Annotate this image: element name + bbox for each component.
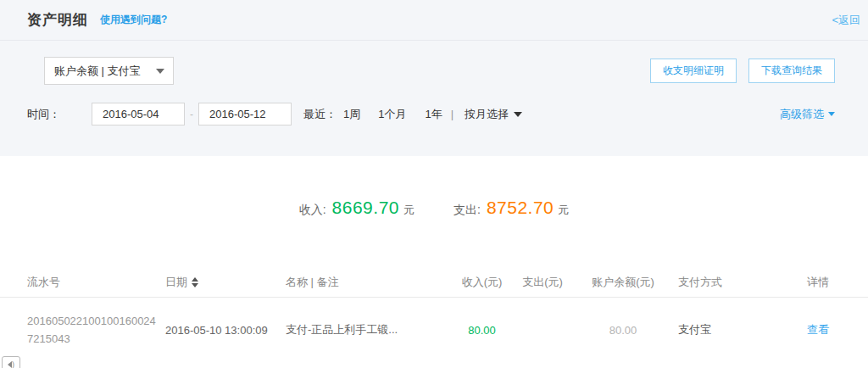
speaker-icon: ) [8,361,14,368]
speaker-widget-button[interactable]: ) [2,356,20,368]
header-date: 日期 [165,275,286,290]
cell-method: 支付宝 [670,322,807,337]
cell-income: 80.00 [455,324,509,337]
header-detail: 详情 [807,275,856,290]
top-section: 资产明细 使用遇到问题? <返回 账户余额 | 支付宝 收支明细证明 下载查询结… [0,0,868,156]
account-select[interactable]: 账户余额 | 支付宝 [44,57,174,85]
income-label: 收入: [299,203,326,218]
header-method: 支付方式 [670,275,807,290]
filter-pipe-divider: | [451,108,453,120]
account-row: 账户余额 | 支付宝 收支明细证明 下载查询结果 [0,57,868,85]
title-row: 资产明细 使用遇到问题? <返回 [0,0,868,41]
expense-unit: 元 [558,203,569,218]
summary-row: 收入: 8669.70 元 支出: 8752.70 元 [0,156,868,218]
asset-detail-page: 资产明细 使用遇到问题? <返回 账户余额 | 支付宝 收支明细证明 下载查询结… [0,0,868,368]
cell-name: 支付-正品上利手工锻... [286,322,455,337]
range-1month-link[interactable]: 1个月 [378,107,406,122]
cell-balance: 80.00 [576,324,670,337]
back-link[interactable]: <返回 [832,13,860,28]
toolbar-buttons: 收支明细证明 下载查询结果 [650,59,835,83]
page-title: 资产明细 [27,10,88,30]
table-header-row: 流水号 日期 名称 | 备注 收入(元) 支出(元) 账户余额(元) 支付方式 … [0,267,868,298]
header-expense: 支出(元) [509,275,576,290]
header-date-label: 日期 [165,275,187,290]
cell-serial: 2016050221001001600247215043 [27,312,165,348]
month-select-label: 按月选择 [465,107,509,122]
chevron-down-icon [156,69,164,74]
chevron-down-icon [514,112,522,117]
cell-date: 2016-05-10 13:00:09 [165,324,286,337]
filter-row: 时间： - 最近： 1周 1个月 1年 | 按月选择 高级筛选 [0,103,868,125]
header-income: 收入(元) [455,275,509,290]
help-link[interactable]: 使用遇到问题? [100,13,167,27]
proof-button[interactable]: 收支明细证明 [650,59,737,83]
account-select-value: 账户余额 | 支付宝 [54,64,156,79]
range-1week-link[interactable]: 1周 [343,107,360,122]
sort-updown-icon[interactable] [192,277,198,287]
range-1year-link[interactable]: 1年 [425,107,442,122]
income-value: 8669.70 [332,198,399,218]
expense-label: 支出: [453,203,481,218]
advanced-filter-label: 高级筛选 [780,107,824,122]
transactions-table: 流水号 日期 名称 | 备注 收入(元) 支出(元) 账户余额(元) 支付方式 … [0,267,868,362]
time-label: 时间： [27,107,60,122]
header-balance: 账户余额(元) [576,275,670,290]
date-from-input[interactable] [92,103,185,125]
header-name: 名称 | 备注 [286,275,455,290]
table-row: 2016050221001001600247215043 2016-05-10 … [0,298,868,362]
cell-detail: 查看 [807,322,856,337]
view-detail-link[interactable]: 查看 [807,323,829,336]
month-select-dropdown[interactable]: 按月选择 [465,107,522,122]
income-unit: 元 [403,203,415,218]
expense-value: 8752.70 [487,198,554,218]
advanced-filter-toggle[interactable]: 高级筛选 [780,107,835,122]
chevron-down-icon [828,112,835,116]
recent-label: 最近： [303,107,337,122]
header-serial: 流水号 [27,275,165,290]
download-button[interactable]: 下载查询结果 [748,59,835,83]
date-separator: - [190,109,193,120]
date-to-input[interactable] [198,103,292,125]
